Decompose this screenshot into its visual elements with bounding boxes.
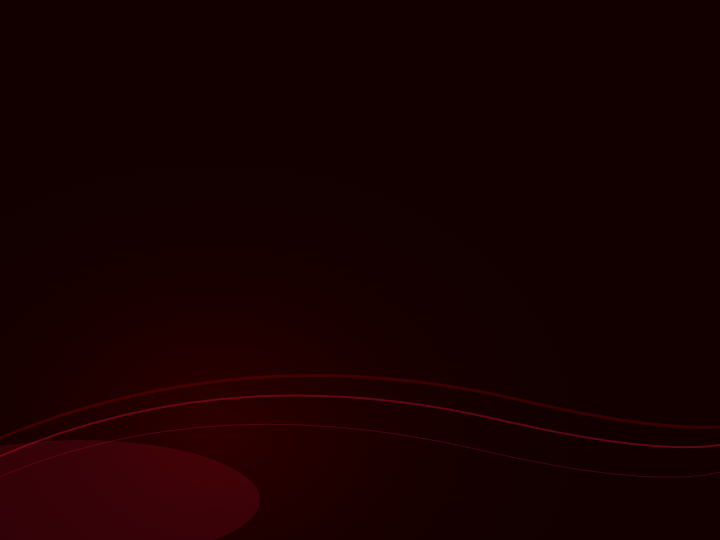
v12-label: +12V <box>583 334 627 344</box>
search-faq-link[interactable]: Search on FAQ <box>638 513 706 524</box>
v33-value: 3.376 V <box>583 373 710 385</box>
hotkeys-icon: ? <box>559 35 566 49</box>
load-defaults-label: Load Optimized Defaults <box>35 98 166 112</box>
qfan-button[interactable]: ⊙ Qfan Control(F6) <box>325 35 414 49</box>
menu-discard-exit[interactable]: ▶ Discard Changes & Exit <box>0 147 571 175</box>
mem-freq-label: Frequency <box>583 252 633 262</box>
core-voltage-label: Core Voltage <box>658 170 710 180</box>
v5-value: 5.120 V <box>672 344 710 356</box>
v12-row: +12V 12.192 V +5V 5.120 V <box>583 334 710 360</box>
memory-section-title: Memory <box>583 231 710 248</box>
capacity-value: 16384 MB <box>583 291 710 303</box>
separator1: | <box>509 513 512 524</box>
cpu-temp-value: 32°C <box>659 151 710 163</box>
fan-icon: ⊙ <box>325 35 335 49</box>
tab-main[interactable]: Main <box>103 57 157 83</box>
arrow-icon: ▶ <box>19 128 27 139</box>
cpu-bclk: BCLK 100.0 MHz <box>583 170 636 192</box>
ez-mode-button[interactable]: EzMode(F7)↵ <box>532 513 595 524</box>
v5-rail: +5V 5.120 V <box>672 334 710 356</box>
ratio-value: 42x <box>583 209 710 221</box>
cpu-ratio: Ratio 42x <box>583 199 710 221</box>
time-settings-icon[interactable]: ⚙ <box>126 35 136 48</box>
v33-label: +3.3V <box>583 363 710 373</box>
tab-tool[interactable]: Tool <box>480 57 530 83</box>
efi-shell-label: Launch EFI Shell from USB drives <box>35 182 217 196</box>
hw-monitor-header: 🖥 Hardware Monitor <box>583 91 710 106</box>
cpu-temp: Temperature 32°C <box>659 141 710 163</box>
nav-tabs: My Favorites Main Extreme Tweaker Advanc… <box>0 57 720 85</box>
menu-load-defaults[interactable]: ▶ Load Optimized Defaults <box>0 91 571 119</box>
cpu-core-voltage: Core Voltage 1.184 V <box>658 170 710 192</box>
v5-label: +5V <box>672 334 710 344</box>
tab-extreme-tweaker[interactable]: Extreme Tweaker <box>157 57 278 83</box>
title-bar: ROG UEFI BIOS Utility – Advanced Mode <box>0 0 720 27</box>
hw-monitor-title: Hardware Monitor <box>601 93 695 105</box>
tuning-icon: ◎ <box>428 35 438 49</box>
info-footer: i Restores/loads the default values for … <box>0 460 571 508</box>
tab-favorites[interactable]: My Favorites <box>6 57 103 83</box>
eztuning-button[interactable]: ◎ EZ Tuning Wizard(F11) <box>428 35 545 49</box>
mem-voltage: Voltage 1.200 V <box>672 252 710 274</box>
v33-rail: +3.3V 3.376 V <box>583 363 710 385</box>
discard-exit-label: Discard Changes & Exit <box>35 154 162 168</box>
menu-efi-shell[interactable]: ▶ Launch EFI Shell from USB drives <box>0 175 571 203</box>
info-text: Restores/loads the default values for al… <box>42 479 299 490</box>
mem-capacity: Capacity 16384 MB <box>583 281 710 303</box>
cpu-temp-label: Temperature <box>659 141 710 151</box>
cpu-frequency: Frequency 4200 MHz <box>583 141 633 163</box>
date: 01/31/2017 <box>10 31 55 42</box>
tab-exit[interactable]: Exit <box>530 57 578 85</box>
bottom-bar-top: Last Modified | EzMode(F7)↵ | Search on … <box>14 513 706 524</box>
tab-boot[interactable]: Boot <box>427 57 480 83</box>
cpu-freq-label: Frequency <box>583 141 633 151</box>
bclk-label: BCLK <box>583 170 636 180</box>
tab-advanced[interactable]: Advanced <box>278 57 359 83</box>
cpu-bclk-row: BCLK 100.0 MHz Core Voltage 1.184 V <box>583 170 710 196</box>
eztuning-label: EZ Tuning Wizard(F11) <box>442 36 545 47</box>
capacity-label: Capacity <box>583 281 710 291</box>
v12-value: 12.192 V <box>583 344 627 356</box>
info-bar: 01/31/2017 Tuesday 19:45 ⚙ 🌐 English ☆ M… <box>0 27 720 57</box>
left-panel: ▶ Load Optimized Defaults ▶ Save Changes… <box>0 85 572 508</box>
copyright-text: Version 2.17.1246. Copyright (C) 2016 Am… <box>228 526 491 536</box>
arrow-icon: ▶ <box>19 184 27 195</box>
qfan-label: Qfan Control(F6) <box>339 36 414 47</box>
cpu-section-title: CPU <box>583 120 710 137</box>
main-area: ▶ Load Optimized Defaults ▶ Save Changes… <box>0 85 720 508</box>
mem-voltage-label: Voltage <box>672 252 710 262</box>
cpu-freq-value: 4200 MHz <box>583 151 633 163</box>
hotkeys-label: Hot Keys <box>570 36 611 47</box>
tab-monitor[interactable]: Monitor <box>359 57 427 83</box>
language-label: English <box>181 36 214 47</box>
mem-freq-row: Frequency 2133 MHz Voltage 1.200 V <box>583 252 710 278</box>
language-button[interactable]: 🌐 English <box>162 35 214 49</box>
bclk-value: 100.0 MHz <box>583 180 636 192</box>
separator2: | <box>615 513 618 524</box>
toolbar: 🌐 English ☆ MyFavorite(F3) ⊙ Qfan Contro… <box>162 35 710 49</box>
title-text: UEFI BIOS Utility – Advanced Mode <box>51 6 269 21</box>
myfavorite-button[interactable]: ☆ MyFavorite(F3) <box>228 35 311 49</box>
menu-items: ▶ Load Optimized Defaults ▶ Save Changes… <box>0 85 571 460</box>
hotkeys-button[interactable]: ? Hot Keys <box>559 35 610 49</box>
myfavorite-label: MyFavorite(F3) <box>243 36 311 47</box>
mem-frequency: Frequency 2133 MHz <box>583 252 633 274</box>
save-reset-label: Save Changes & Reset <box>35 126 160 140</box>
cpu-freq-row: Frequency 4200 MHz Temperature 32°C <box>583 141 710 167</box>
v12-rail: +12V 12.192 V <box>583 334 627 356</box>
favorite-icon: ☆ <box>228 35 239 49</box>
mem-freq-value: 2133 MHz <box>583 262 633 274</box>
arrow-icon: ▶ <box>19 156 27 167</box>
ratio-label: Ratio <box>583 199 710 209</box>
last-modified-link[interactable]: Last Modified <box>430 513 489 524</box>
mem-voltage-value: 1.200 V <box>672 262 710 274</box>
bottom-bar: Last Modified | EzMode(F7)↵ | Search on … <box>0 508 720 540</box>
arrow-icon: ▶ <box>19 100 27 111</box>
voltage-section-title: Voltage <box>583 313 710 330</box>
datetime: 01/31/2017 Tuesday <box>10 31 55 53</box>
time-value: 19:45 <box>71 30 122 53</box>
menu-save-reset[interactable]: ▶ Save Changes & Reset <box>0 119 571 147</box>
hardware-monitor-panel: 🖥 Hardware Monitor CPU Frequency 4200 MH… <box>572 85 720 508</box>
weekday: Tuesday <box>10 42 55 53</box>
core-voltage-value: 1.184 V <box>658 180 710 192</box>
